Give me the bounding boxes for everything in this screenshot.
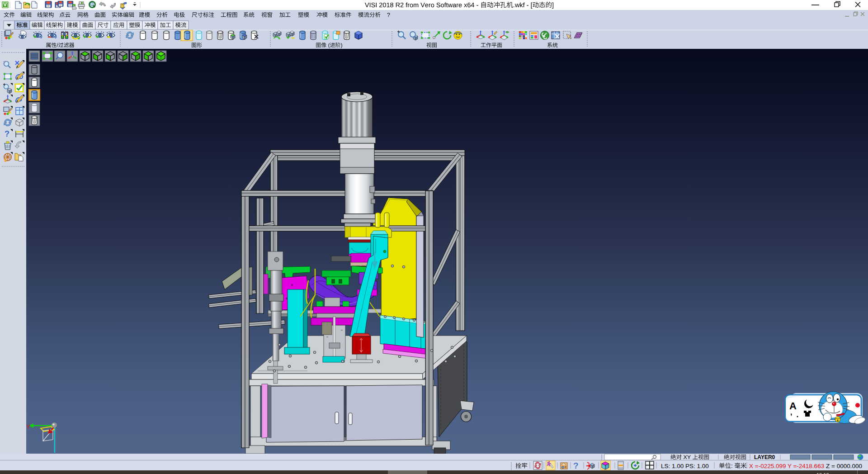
svg-text:Z = 0000.000: Z = 0000.000 xyxy=(826,463,862,469)
svg-text:LS: 1.00 PS: 1.00: LS: 1.00 PS: 1.00 xyxy=(661,463,709,469)
svg-text:LAYER0: LAYER0 xyxy=(754,454,775,460)
svg-text:X =-0225.099 Y =-2418.663: X =-0225.099 Y =-2418.663 xyxy=(749,463,824,469)
svg-text:?: ? xyxy=(573,461,579,470)
svg-text:?: ? xyxy=(5,129,9,138)
